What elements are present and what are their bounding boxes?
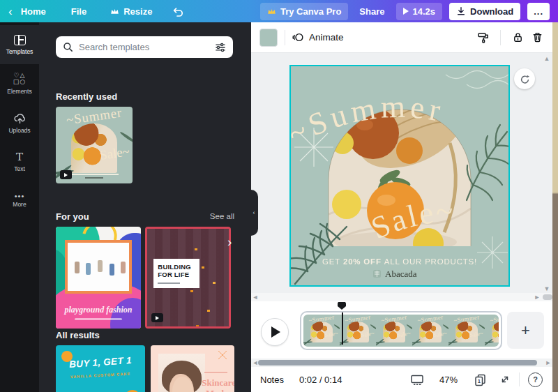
frame-art: ~Summer Sale~ bbox=[340, 315, 376, 347]
menu-resize[interactable]: Resize bbox=[110, 6, 152, 17]
thumbnail-art bbox=[85, 177, 103, 179]
thumbnail-art bbox=[70, 174, 119, 175]
thumbnail-art: BUILDING FOR LIFE bbox=[153, 259, 199, 288]
thumbnail-art bbox=[195, 248, 197, 250]
see-all-link[interactable]: See all bbox=[210, 212, 234, 220]
frame-art: ~Summer Sale~ bbox=[412, 315, 448, 347]
share-button[interactable]: Share bbox=[354, 3, 390, 20]
preview-duration-button[interactable]: 14.2s bbox=[396, 3, 443, 20]
filmstrip-frame[interactable]: ~Summer Sale~ bbox=[485, 315, 499, 347]
play-badge-icon bbox=[151, 313, 163, 322]
time-display: 0:02 / 0:14 bbox=[299, 375, 342, 385]
download-icon bbox=[456, 6, 466, 16]
scroll-left-arrow[interactable]: ◄ bbox=[251, 294, 259, 301]
playhead-marker[interactable] bbox=[338, 302, 346, 310]
next-chevron-icon[interactable]: › bbox=[227, 234, 232, 250]
filmstrip-frame[interactable]: ~Summer Sale~ bbox=[303, 315, 340, 347]
search-input[interactable] bbox=[79, 42, 209, 52]
sidebar-item-elements[interactable]: ♡△□○ Elements bbox=[0, 64, 39, 103]
play-badge-icon bbox=[60, 170, 72, 179]
thumbnail-art bbox=[75, 318, 122, 320]
present-button[interactable] bbox=[407, 370, 427, 389]
section-all-results: All results bbox=[56, 330, 100, 340]
fullscreen-button[interactable] bbox=[499, 374, 511, 385]
sidebar-item-label: More bbox=[13, 201, 26, 208]
undo-button[interactable] bbox=[173, 6, 184, 17]
rotate-loop-button[interactable] bbox=[514, 68, 535, 89]
lock-icon bbox=[512, 31, 524, 43]
filmstrip-frame[interactable]: ~Summer Sale~ bbox=[376, 315, 412, 347]
filter-sliders-icon[interactable] bbox=[215, 43, 226, 52]
filmstrip-frame[interactable]: ~Summer Sale~ bbox=[340, 315, 376, 347]
filmstrip-clip[interactable]: ~Summer Sale~ ~Summer Sale~ bbox=[300, 311, 502, 350]
download-button[interactable]: Download bbox=[449, 3, 520, 20]
text-icon: T bbox=[16, 152, 23, 163]
filmstrip-frame[interactable]: ~Summer Sale~ bbox=[448, 315, 485, 347]
elements-icon: ♡△□○ bbox=[13, 73, 26, 86]
duration-label: 14.2s bbox=[413, 6, 436, 17]
lock-button[interactable] bbox=[508, 28, 527, 47]
sidebar-item-label: Uploads bbox=[8, 127, 30, 134]
template-thumb-buy-one-get-one[interactable]: BUY 1, GET 1 VANILLA CUSTOM CAKE bbox=[56, 345, 145, 392]
thumb-title-bottom: Sale~ bbox=[99, 144, 130, 163]
more-options-button[interactable]: ... bbox=[527, 3, 550, 20]
back-chevron-icon[interactable]: ‹ bbox=[8, 6, 13, 17]
thumbnail-art bbox=[75, 262, 80, 273]
undo-icon bbox=[173, 6, 184, 17]
timeline: ~Summer Sale~ ~Summer Sale~ bbox=[251, 301, 552, 359]
sidebar-item-uploads[interactable]: Uploads bbox=[0, 103, 39, 142]
help-button[interactable]: ? bbox=[528, 372, 543, 387]
thumb-title: Skincare Made Simple bbox=[202, 378, 232, 392]
add-page-button[interactable]: + bbox=[507, 312, 544, 349]
templates-icon bbox=[14, 35, 26, 45]
crown-icon bbox=[110, 8, 119, 15]
sidebar-item-templates[interactable]: Templates bbox=[0, 25, 39, 64]
menu-file[interactable]: File bbox=[71, 6, 86, 17]
editor-main: Animate bbox=[251, 22, 552, 392]
filmstrip-frame[interactable]: ~Summer Sale~ bbox=[412, 315, 448, 347]
playhead-line bbox=[342, 312, 343, 345]
sparkle-icon bbox=[218, 351, 227, 359]
divider bbox=[519, 372, 520, 386]
try-canva-pro-button[interactable]: Try Canva Pro bbox=[260, 3, 348, 20]
context-toolbar: Animate bbox=[251, 22, 552, 53]
search-icon bbox=[63, 42, 73, 52]
scrollbar-thumb[interactable] bbox=[258, 360, 537, 365]
delete-button[interactable] bbox=[527, 28, 547, 47]
timeline-play-button[interactable] bbox=[261, 318, 289, 346]
desktop-edge-strip bbox=[552, 22, 558, 392]
template-thumb-playground-fashion[interactable]: playground fashion bbox=[56, 227, 141, 329]
uploads-icon bbox=[13, 112, 27, 124]
notes-button[interactable]: Notes bbox=[260, 375, 284, 385]
paint-roller-icon bbox=[477, 31, 490, 44]
scroll-right-arrow[interactable]: ► bbox=[533, 294, 541, 301]
top-bar: ‹ Home File Resize Try Canva Pro Share 1… bbox=[0, 0, 558, 22]
animate-icon bbox=[292, 31, 304, 43]
background-color-swatch[interactable] bbox=[259, 29, 278, 47]
scroll-down-arrow[interactable]: ▼ bbox=[543, 286, 550, 292]
pages-icon: 1 bbox=[474, 373, 487, 386]
menu-home[interactable]: Home bbox=[21, 6, 46, 17]
filmstrip-frames: ~Summer Sale~ ~Summer Sale~ bbox=[303, 315, 499, 347]
template-thumb-building-for-life[interactable]: BUILDING FOR LIFE bbox=[145, 227, 231, 329]
template-thumb-skincare[interactable]: Skincare Made Simple bbox=[151, 345, 234, 392]
play-icon bbox=[403, 8, 409, 15]
panel-collapse-tab[interactable]: ‹ bbox=[250, 190, 258, 236]
frame-art: ~Summer Sale~ bbox=[376, 315, 412, 347]
toolbar-actions bbox=[474, 28, 547, 47]
copy-style-button[interactable] bbox=[474, 28, 493, 47]
top-bar-actions: Try Canva Pro Share 14.2s Download ... bbox=[260, 3, 550, 20]
zoom-level[interactable]: 47% bbox=[439, 375, 458, 385]
scrollbar-thumb[interactable] bbox=[543, 294, 552, 300]
template-thumb-summer-sale[interactable]: ~Summer Sale~ bbox=[56, 107, 133, 183]
scroll-right-arrow[interactable]: ► bbox=[544, 360, 552, 366]
thumb-title: playground fashion bbox=[56, 305, 141, 315]
scroll-up-arrow[interactable]: ▲ bbox=[543, 56, 550, 61]
design-canvas[interactable]: ~Summer Sale~ GET20% OFFALL OUR PRODUCTS… bbox=[289, 65, 510, 287]
divider bbox=[285, 30, 285, 45]
sidebar-item-text[interactable]: T Text bbox=[0, 142, 39, 181]
animate-button[interactable]: Animate bbox=[292, 31, 344, 43]
crown-icon bbox=[267, 8, 276, 15]
sidebar-item-more[interactable]: ••• More bbox=[0, 181, 39, 220]
pages-button[interactable]: 1 bbox=[470, 370, 490, 389]
